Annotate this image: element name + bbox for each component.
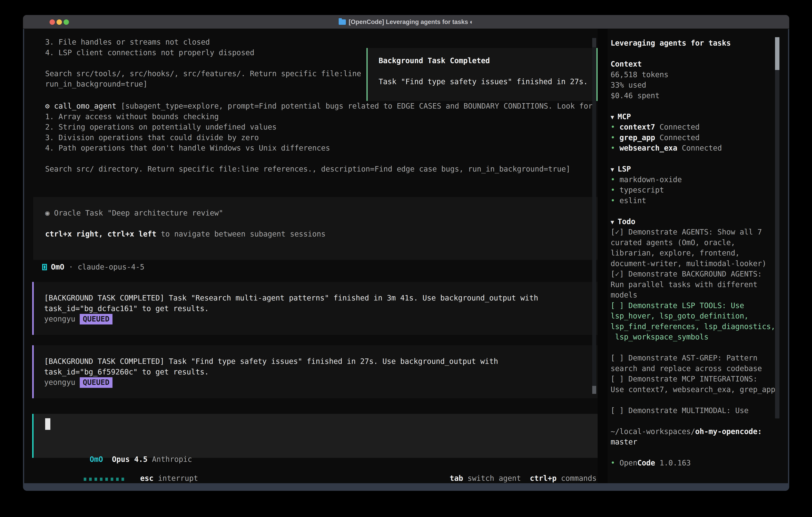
text-line: • markdown-oxide — [611, 174, 775, 185]
text-span: 4. LSP client connections not properly d… — [45, 48, 254, 57]
tool-call-log: ⚙ call_omo_agent [subagent_type=explore,… — [45, 101, 592, 174]
app-version: • OpenCode 1.0.163 — [611, 458, 775, 468]
text-line — [611, 343, 775, 353]
mcp-section-header[interactable]: ▼ MCP — [611, 112, 775, 122]
text-line: lsp_hover, lsp_goto_definition, — [611, 311, 775, 322]
status-bar: esc interrupt tab switch agent ctrl+p co… — [39, 463, 597, 483]
text-span: search and replace across codebase — [611, 364, 762, 373]
text-line — [45, 154, 592, 164]
text-line: ctrl+x right, ctrl+x left to navigate be… — [45, 229, 598, 240]
status-dot-icon: • — [611, 123, 619, 131]
main-scrollbar-cap — [592, 38, 596, 47]
text-span: eslint — [619, 196, 646, 205]
text-span: markdown-oxide — [619, 175, 682, 184]
prompt-input[interactable]: OmO Opus 4.5 Anthropic — [32, 414, 598, 458]
text-line: yeongyu QUEUED — [44, 314, 598, 324]
agent-separator: · — [64, 262, 78, 272]
esc-key-hint: esc — [140, 474, 154, 483]
text-line: Run parallel tasks with different — [611, 279, 775, 290]
status-dot-icon: • — [611, 186, 619, 194]
text-span: 66,518 tokens — [611, 71, 669, 79]
text-line: 4. Path operations that don't handle Win… — [45, 143, 592, 154]
text-line: task_id="bg_6f59260c" to get results. — [44, 367, 598, 377]
text-line: search and replace across codebase — [611, 363, 775, 374]
text-span: websearch_exa — [619, 144, 677, 152]
terminal-main-panel: 3. File handles or streams not closed4. … — [24, 29, 598, 483]
text-span: 1.0.163 — [655, 459, 691, 467]
titlebar[interactable]: [OpenCode] Leveraging agents for tasks ◐ — [23, 15, 789, 29]
status-left: esc interrupt — [39, 463, 198, 483]
notification-body: Task "Find type safety issues" finished … — [379, 77, 597, 87]
text-span: [✓] Demonstrate AGENTS: Show all 7 — [611, 228, 762, 236]
text-line: [ ] Demonstrate MCP INTEGRATIONS: — [611, 374, 775, 384]
text-span: librarian, explore, frontend, — [611, 249, 740, 257]
text-span: ~/local-workspaces/ — [611, 427, 695, 436]
app-window: [OpenCode] Leveraging agents for tasks ◐… — [23, 15, 789, 491]
workspace-path: ~/local-workspaces/oh-my-opencode: — [611, 427, 775, 437]
text-line: 3. File handles or streams not closed — [45, 37, 361, 48]
text-span — [611, 448, 615, 457]
text-span: 1. Array access without bounds checking — [45, 112, 219, 121]
text-line: • grep_app Connected — [611, 133, 775, 143]
text-line — [611, 49, 775, 59]
text-span: [ ] Demonstrate AST-GREP: Pattern — [611, 354, 757, 362]
window-title: [OpenCode] Leveraging agents for tasks ◐ — [349, 19, 473, 26]
text-span: task_id="bg_6f59260c" to get results. — [44, 368, 209, 376]
text-line: 1. Array access without bounds checking — [45, 112, 592, 122]
text-span — [611, 207, 615, 215]
text-span — [611, 102, 615, 110]
text-span: to navigate between subagent sessions — [156, 230, 325, 238]
text-span: 33% used — [611, 81, 646, 89]
text-line: [ ] Demonstrate AST-GREP: Pattern — [611, 353, 775, 363]
text-span: Connected — [655, 123, 700, 131]
log-output-top: 3. File handles or streams not closed4. … — [45, 37, 361, 89]
text-span: Leveraging agents for tasks — [611, 39, 731, 47]
text-line: [ ] Demonstrate LSP TOOLS: Use — [611, 300, 775, 311]
status-right: tab switch agent ctrl+p commands — [405, 463, 597, 483]
text-line: Search src/tools/, src/hooks/, src/featu… — [45, 69, 361, 79]
text-span: yeongyu — [44, 315, 80, 323]
status-dot-icon: • — [611, 144, 619, 152]
text-span — [611, 154, 615, 163]
agent-session-header[interactable]: OmO · claude-opus-4-5 — [42, 262, 144, 272]
message-block-2: [BACKGROUND TASK COMPLETED] Task "Find t… — [32, 345, 598, 398]
queued-badge: QUEUED — [80, 377, 113, 388]
sidebar-scrollbar-thumb[interactable] — [775, 37, 779, 70]
background-task-notification: Background Task Completed Task "Find typ… — [367, 48, 598, 101]
text-span: grep_app — [619, 133, 655, 142]
session-sidebar: Leveraging agents for tasks Context66,51… — [608, 29, 788, 483]
session-title: Leveraging agents for tasks — [611, 38, 775, 49]
text-span: Connected — [677, 144, 722, 152]
text-span: [BACKGROUND TASK COMPLETED] Task "Find t… — [44, 357, 498, 366]
text-line: run_in_background=true] — [45, 79, 361, 89]
text-line: • eslint — [611, 195, 775, 206]
text-line — [611, 206, 775, 217]
main-scrollbar-thumb[interactable] — [592, 386, 596, 394]
spinner-icon — [84, 474, 127, 483]
message-block-1: [BACKGROUND TASK COMPLETED] Task "Resear… — [32, 282, 598, 335]
text-line: ◉ Oracle Task "Deep architecture review" — [45, 208, 598, 219]
text-line: • websearch_exa Connected — [611, 143, 775, 154]
text-span: [ ] Demonstrate MCP INTEGRATIONS: — [611, 375, 757, 383]
text-span: MCP — [617, 112, 631, 121]
text-line: [BACKGROUND TASK COMPLETED] Task "Resear… — [44, 293, 598, 303]
spinner-dot-icon — [89, 478, 92, 481]
text-line: librarian, explore, frontend, — [611, 248, 775, 258]
text-span — [45, 219, 50, 228]
tab-key-hint: tab — [450, 474, 463, 483]
lsp-section-header[interactable]: ▼ LSP — [611, 164, 775, 174]
sidebar-scrollbar[interactable] — [775, 37, 779, 418]
text-span — [611, 49, 615, 58]
text-line: lsp_workspace_symbols — [611, 332, 775, 343]
esc-key-label: interrupt — [158, 474, 198, 483]
main-scrollbar[interactable] — [592, 38, 596, 394]
text-line: 3. Division operations that could divide… — [45, 133, 592, 143]
todo-section-header[interactable]: ▼ Todo — [611, 217, 775, 227]
window-body: 3. File handles or streams not closed4. … — [24, 29, 788, 483]
text-span: [BACKGROUND TASK COMPLETED] Task "Resear… — [44, 294, 538, 302]
window-title-wrap: [OpenCode] Leveraging agents for tasks ◐ — [23, 15, 789, 29]
chevron-down-icon: ▼ — [611, 114, 617, 120]
text-span: document-writer, multimodal-looker) — [611, 259, 766, 268]
text-line — [45, 58, 361, 69]
text-span: [ ] Demonstrate MULTIMODAL: Use — [611, 406, 749, 415]
